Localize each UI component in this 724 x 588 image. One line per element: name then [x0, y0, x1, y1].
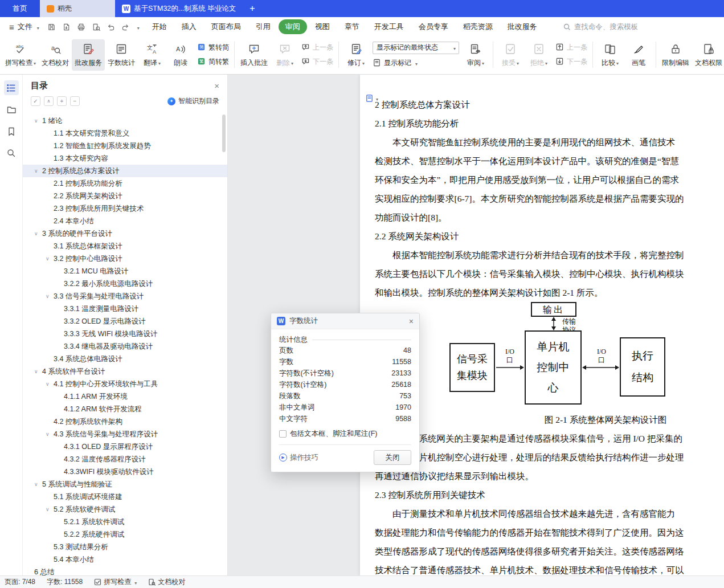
- toc-item[interactable]: 4.3.3WIFI 模块驱动软件设计: [23, 466, 227, 478]
- chevron-down-icon[interactable]: [34, 481, 40, 487]
- spell-check-button[interactable]: abc 拼写检查: [2, 39, 39, 71]
- menu-tab-docer-resources[interactable]: 稻壳资源: [456, 19, 500, 34]
- new-tab-button[interactable]: [243, 0, 261, 17]
- toc-item[interactable]: 1.1 本文研究背景和意义: [23, 127, 227, 140]
- toc-item[interactable]: 5.2 系统软硬件调试: [23, 503, 227, 516]
- dialog-close-icon[interactable]: [409, 317, 414, 326]
- toc-collapse-all-button[interactable]: [70, 96, 80, 106]
- review-button[interactable]: 审阅: [461, 39, 490, 71]
- track-changes-button[interactable]: 修订: [342, 39, 370, 71]
- toc-item[interactable]: 3.3.2 OLED 显示电路设计: [23, 315, 227, 328]
- undo-button[interactable]: [107, 23, 115, 31]
- toc-item[interactable]: 4.3.1 OLED 显示屏程序设计: [23, 440, 227, 453]
- toc-item[interactable]: 3.3.1 温度测量电路设计: [23, 303, 227, 315]
- next-change-button[interactable]: 下一条: [555, 57, 587, 67]
- toc-item[interactable]: 1.2 智能鱼缸控制系统发展趋势: [23, 140, 227, 152]
- toc-item[interactable]: 3.3 信号采集与处理电路设计: [23, 290, 227, 303]
- search-panel-button[interactable]: [4, 145, 19, 160]
- comment-quick-button[interactable]: [365, 93, 378, 103]
- toc-item[interactable]: 6 总结: [23, 566, 227, 575]
- toc-item[interactable]: 3.1 系统总体框架设计: [23, 240, 227, 252]
- print-button[interactable]: [77, 23, 85, 31]
- print-preview-button[interactable]: [92, 23, 100, 31]
- prev-change-button[interactable]: 上一条: [555, 43, 587, 53]
- toc-item[interactable]: 5.2.1 系统软件调试: [23, 516, 227, 528]
- toc-item[interactable]: 5 系统调试与性能验证: [23, 478, 227, 491]
- menu-tab-insert[interactable]: 插入: [175, 19, 203, 34]
- document-tab[interactable]: 基于STM32的...制系统 毕业论文: [115, 0, 243, 17]
- toc-item[interactable]: 2.1 控制系统功能分析: [23, 177, 227, 190]
- file-menu[interactable]: 文件: [6, 22, 43, 32]
- toc-select-button[interactable]: [31, 96, 40, 106]
- toc-item[interactable]: 2.3 控制系统所用到关键技术: [23, 202, 227, 215]
- toc-item[interactable]: 2.4 本章小结: [23, 215, 227, 227]
- toc-item[interactable]: 5.3 测试结果分析: [23, 541, 227, 553]
- toc-item[interactable]: 2.2 系统网关架构设计: [23, 190, 227, 202]
- toc-item[interactable]: 5.1 系统调试环境搭建: [23, 491, 227, 503]
- toc-close-button[interactable]: [214, 81, 219, 91]
- toc-item[interactable]: 3.3.3 无线 WIFI 模块电路设计: [23, 328, 227, 340]
- reject-button[interactable]: 拒绝: [525, 39, 553, 71]
- toc-item[interactable]: 3.3.4 继电器及驱动电路设计: [23, 340, 227, 353]
- home-tab[interactable]: 首页: [0, 0, 40, 17]
- toc-collapse-button[interactable]: [44, 96, 54, 106]
- toc-item[interactable]: 3.2.2 最小系统电源电路设计: [23, 277, 227, 290]
- toc-item[interactable]: 4.3.2 温度传感器程序设计: [23, 453, 227, 466]
- doc-proof-button[interactable]: a 文档校对: [39, 39, 72, 71]
- menu-tab-page-layout[interactable]: 页面布局: [204, 19, 248, 34]
- toc-item[interactable]: 4.1 控制中心开发环境软件与工具: [23, 378, 227, 390]
- trad-to-simp-button[interactable]: 简 繁转简: [197, 43, 229, 53]
- toc-item[interactable]: 4.3 系统信号采集与处理程序设计: [23, 428, 227, 440]
- word-count-indicator[interactable]: 字数: 11558: [47, 577, 83, 587]
- toc-item[interactable]: 3.2.1 MCU 电路设计: [23, 265, 227, 277]
- menu-tab-view[interactable]: 视图: [308, 19, 337, 34]
- menu-tab-dev-tools[interactable]: 开发工具: [367, 19, 411, 34]
- spell-check-toggle[interactable]: 拼写检查: [94, 577, 137, 587]
- chevron-down-icon[interactable]: [46, 256, 51, 262]
- export-pdf-button[interactable]: [62, 23, 71, 31]
- ink-button[interactable]: 画笔: [624, 39, 653, 71]
- toc-item[interactable]: 4.2 控制系统软件架构: [23, 415, 227, 428]
- close-button[interactable]: 关闭: [374, 450, 411, 465]
- chevron-down-icon[interactable]: [34, 118, 40, 124]
- translate-button[interactable]: 文A 翻译: [138, 39, 166, 71]
- toc-item[interactable]: 3 系统的硬件平台设计: [23, 227, 227, 240]
- redo-button[interactable]: [121, 23, 130, 31]
- menu-tab-correction-service[interactable]: 批改服务: [501, 19, 544, 34]
- doc-permission-button[interactable]: 文档权限: [692, 39, 724, 71]
- toc-item-selected[interactable]: 2 控制系统总体方案设计: [23, 165, 227, 177]
- save-button[interactable]: [47, 23, 56, 31]
- dialog-titlebar[interactable]: 字数统计: [271, 313, 419, 329]
- command-search[interactable]: 查找命令、搜索模板: [563, 22, 639, 32]
- simp-to-trad-button[interactable]: 繁 简转繁: [197, 57, 229, 67]
- bookmark-panel-button[interactable]: [4, 124, 19, 138]
- toc-item[interactable]: 3.2 控制中心电路设计: [23, 252, 227, 265]
- chevron-down-icon[interactable]: [46, 381, 51, 387]
- toc-item[interactable]: 4.1.1 ARM 开发环境: [23, 390, 227, 403]
- chevron-down-icon[interactable]: [34, 369, 40, 374]
- smart-recognize-toc-button[interactable]: 智能识别目录: [167, 96, 219, 106]
- word-count-button[interactable]: 字数统计: [105, 39, 138, 71]
- menu-tab-member[interactable]: 会员专享: [412, 19, 455, 34]
- toc-scrollbar[interactable]: [222, 115, 226, 152]
- toc-item[interactable]: 5.2.2 系统硬件调试: [23, 528, 227, 541]
- outline-panel-button[interactable]: [4, 80, 19, 95]
- toc-item[interactable]: 3.4 系统总体电路设计: [23, 353, 227, 365]
- delete-comment-button[interactable]: 删除: [271, 39, 299, 71]
- chevron-down-icon[interactable]: [34, 231, 40, 236]
- doc-proof-toggle[interactable]: 文档校对: [148, 577, 185, 587]
- markup-state-combobox[interactable]: 显示标记的最终状态: [373, 42, 459, 54]
- toc-item[interactable]: 1 绪论: [23, 115, 227, 127]
- chevron-down-icon[interactable]: [46, 431, 51, 437]
- menu-tab-start[interactable]: 开始: [145, 19, 174, 34]
- chevron-down-icon[interactable]: [34, 168, 40, 174]
- docer-tab[interactable]: 稻壳: [40, 0, 115, 17]
- toc-item[interactable]: 1.3 本文研究内容: [23, 152, 227, 165]
- menu-tab-section[interactable]: 章节: [338, 19, 366, 34]
- restrict-edit-button[interactable]: 限制编辑: [659, 39, 692, 71]
- chevron-down-icon[interactable]: [46, 507, 51, 512]
- include-textbox-checkbox[interactable]: [279, 430, 287, 438]
- correction-service-button[interactable]: 批改服务: [72, 39, 105, 71]
- menu-tab-references[interactable]: 引用: [249, 19, 277, 34]
- show-markup-button[interactable]: 显示标记: [373, 58, 459, 68]
